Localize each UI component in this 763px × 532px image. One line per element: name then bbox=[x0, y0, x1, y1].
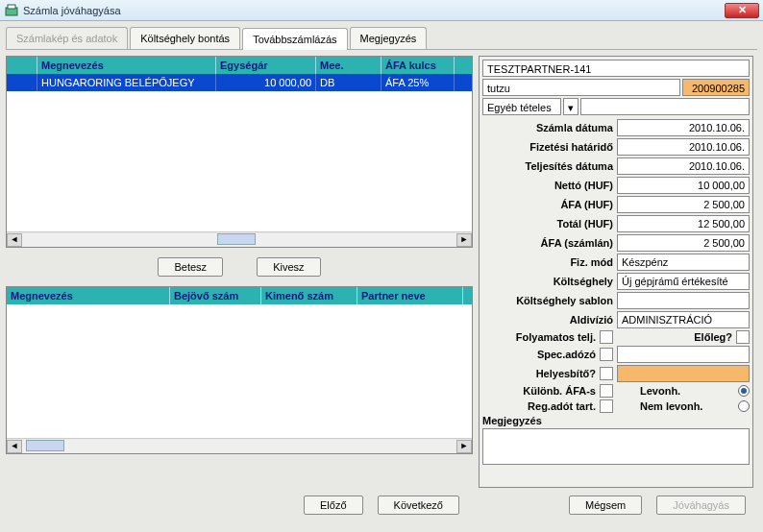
note-label: Megjegyzés bbox=[482, 415, 750, 426]
label-corrective: Helyesbítő? bbox=[482, 368, 596, 379]
cell-vat: ÁFA 25% bbox=[382, 74, 455, 91]
number-field[interactable]: 200900285 bbox=[682, 79, 750, 96]
window-title: Számla jóváhagyása bbox=[23, 5, 725, 16]
tab-megjegyzes[interactable]: Megjegyzés bbox=[350, 27, 428, 49]
label-diff-vat: Különb. ÁFA-s bbox=[482, 385, 596, 397]
items-grid[interactable]: Megnevezés Egységár Mee. ÁFA kulcs HUNGA… bbox=[6, 56, 473, 248]
label-pay-mode: Fiz. mód bbox=[482, 256, 617, 268]
val-vat[interactable]: 2 500,00 bbox=[617, 196, 750, 213]
chevron-down-icon[interactable]: ▾ bbox=[563, 98, 578, 115]
val-cost-center[interactable]: Új gépjrámű értékesíté bbox=[617, 273, 750, 290]
spec-tax-field[interactable] bbox=[617, 346, 750, 363]
val-pay-mode[interactable]: Készpénz bbox=[617, 254, 750, 271]
col-afa: ÁFA kulcs bbox=[382, 57, 455, 74]
label-perf-date: Teljesítés dátuma bbox=[482, 160, 617, 172]
val-vat-inv[interactable]: 2 500,00 bbox=[617, 234, 750, 252]
tab-bar: Számlakép és adatok Költséghely bontás T… bbox=[6, 27, 757, 50]
chk-continuous[interactable] bbox=[600, 330, 613, 344]
chk-reg-tax[interactable] bbox=[600, 399, 613, 413]
tab-tovabbszamlazas[interactable]: Továbbszámlázás bbox=[242, 28, 347, 50]
cell-mee: DB bbox=[316, 74, 382, 91]
label-vat-inv: ÁFA (számlán) bbox=[482, 237, 617, 249]
scroll-left-icon[interactable]: ◄ bbox=[7, 440, 22, 453]
corrective-field[interactable] bbox=[617, 365, 750, 382]
note-textarea[interactable] bbox=[482, 428, 750, 465]
label-invoice-date: Számla dátuma bbox=[482, 122, 617, 133]
val-perf-date[interactable]: 2010.10.06. bbox=[617, 157, 750, 175]
val-total[interactable]: 12 500,00 bbox=[617, 215, 750, 232]
col-megnevezes: Megnevezés bbox=[37, 57, 216, 74]
val-due-date[interactable]: 2010.10.06. bbox=[617, 138, 750, 156]
details-panel: TESZTPARTNER-141 tutzu 200900285 Egyéb t… bbox=[479, 56, 753, 488]
next-button[interactable]: Következő bbox=[378, 496, 459, 515]
val-net[interactable]: 10 000,00 bbox=[617, 177, 750, 194]
val-cost-template[interactable] bbox=[617, 292, 750, 309]
app-icon bbox=[4, 3, 19, 18]
h-scrollbar[interactable]: ◄ ► bbox=[7, 231, 472, 247]
val-invoice-date[interactable]: 2010.10.06. bbox=[617, 119, 750, 136]
h-scrollbar-2[interactable]: ◄ ► bbox=[7, 438, 472, 453]
col-egysegar: Egységár bbox=[216, 57, 316, 74]
forward-grid-header: Megnevezés Bejövő szám Kimenő szám Partn… bbox=[7, 287, 472, 304]
label-non-deduct: Nem levonh. bbox=[634, 400, 734, 412]
approve-button[interactable]: Jóváhagyás bbox=[656, 496, 746, 515]
tab-szamlakep[interactable]: Számlakép és adatok bbox=[6, 27, 128, 49]
forward-grid[interactable]: Megnevezés Bejövő szám Kimenő szám Partn… bbox=[6, 286, 473, 454]
scroll-thumb[interactable] bbox=[26, 440, 64, 451]
chk-corrective[interactable] bbox=[600, 367, 613, 380]
label-reg-tax: Reg.adót tart. bbox=[482, 400, 596, 412]
col2-name: Megnevezés bbox=[7, 287, 170, 304]
prev-button[interactable]: Előző bbox=[304, 496, 363, 515]
col2-out: Kimenő szám bbox=[261, 287, 357, 304]
label-due-date: Fizetési határidő bbox=[482, 141, 617, 153]
radio-non-deduct[interactable] bbox=[738, 400, 750, 412]
scroll-left-icon[interactable]: ◄ bbox=[7, 233, 22, 247]
scroll-right-icon[interactable]: ► bbox=[456, 440, 472, 453]
label-division: Aldivízió bbox=[482, 314, 617, 326]
col2-partner: Partner neve bbox=[357, 287, 463, 304]
cell-name: HUNGARORING BELÉPŐJEGY bbox=[37, 74, 216, 91]
label-continuous: Folyamatos telj. bbox=[482, 331, 596, 343]
chk-diff-vat[interactable] bbox=[600, 384, 613, 398]
col-mee: Mee. bbox=[316, 57, 382, 74]
scroll-right-icon[interactable]: ► bbox=[456, 233, 472, 247]
cancel-button[interactable]: Mégsem bbox=[569, 496, 642, 515]
label-deduct: Levonh. bbox=[634, 385, 734, 397]
label-cost-center: Költséghely bbox=[482, 276, 617, 287]
chk-advance[interactable] bbox=[736, 330, 750, 344]
label-spec-tax: Spec.adózó bbox=[482, 349, 596, 360]
label-cost-template: Költséghely sablon bbox=[482, 295, 617, 306]
tab-koltseghely[interactable]: Költséghely bontás bbox=[130, 27, 240, 49]
cell-price: 10 000,00 bbox=[216, 74, 316, 91]
kivesz-button[interactable]: Kivesz bbox=[257, 257, 320, 277]
partner-field[interactable]: TESZTPARTNER-141 bbox=[482, 60, 750, 77]
label-total: Totál (HUF) bbox=[482, 218, 617, 230]
label-advance: Előleg? bbox=[694, 331, 732, 343]
svg-rect-1 bbox=[8, 5, 15, 9]
col2-in: Bejövő szám bbox=[170, 287, 261, 304]
table-row[interactable]: HUNGARORING BELÉPŐJEGY 10 000,00 DB ÁFA … bbox=[7, 74, 472, 91]
val-division[interactable]: ADMINISZTRÁCIÓ bbox=[617, 311, 750, 328]
label-net: Nettó (HUF) bbox=[482, 180, 617, 191]
tutzu-field[interactable]: tutzu bbox=[482, 79, 680, 96]
radio-deduct[interactable] bbox=[738, 385, 750, 397]
other-items-select[interactable]: Egyéb tételes bbox=[482, 98, 561, 115]
chk-spec-tax[interactable] bbox=[600, 348, 613, 361]
close-button[interactable]: ✕ bbox=[725, 3, 759, 18]
label-vat: ÁFA (HUF) bbox=[482, 199, 617, 210]
items-grid-header: Megnevezés Egységár Mee. ÁFA kulcs bbox=[7, 57, 472, 74]
betesz-button[interactable]: Betesz bbox=[158, 257, 223, 277]
other-items-value[interactable] bbox=[580, 98, 750, 115]
titlebar: Számla jóváhagyása ✕ bbox=[0, 0, 763, 21]
scroll-thumb[interactable] bbox=[217, 233, 256, 245]
